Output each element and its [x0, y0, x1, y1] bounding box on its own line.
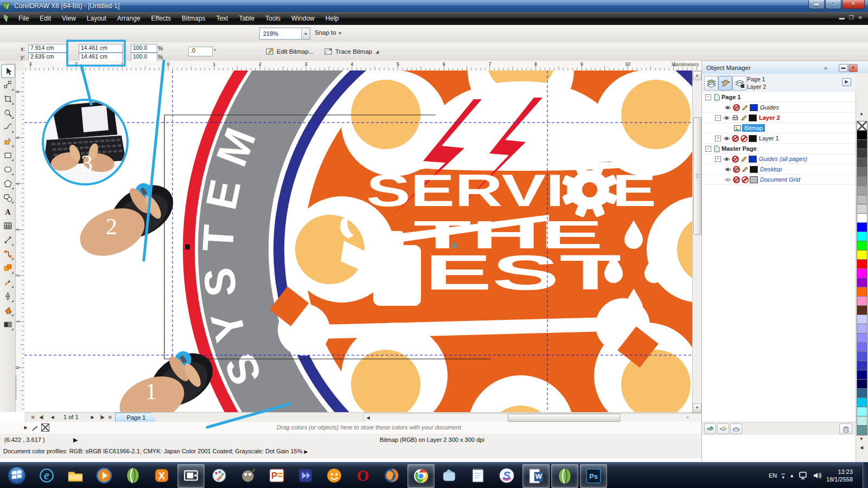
taskbar-notepad[interactable]: [465, 464, 491, 487]
docker-chevron[interactable]: »: [824, 62, 827, 73]
om-row-page-1[interactable]: −Page 1: [702, 92, 856, 102]
om-row-guides[interactable]: Guides: [702, 102, 856, 113]
table-tool[interactable]: [1, 219, 14, 232]
menu-tools[interactable]: Tools: [260, 12, 286, 24]
y-position-field[interactable]: 2.635 cm: [28, 53, 67, 61]
menu-bitmaps[interactable]: Bitmaps: [176, 12, 210, 24]
previous-page-button[interactable]: ◀: [48, 413, 56, 421]
clock[interactable]: 13:23 18/1/2558: [826, 468, 853, 483]
next-page-button[interactable]: ▶: [88, 413, 97, 421]
show-object-properties-button[interactable]: [704, 76, 718, 91]
scale-y-field[interactable]: 100.0: [131, 53, 157, 61]
outline-pen-tool[interactable]: [1, 290, 14, 303]
om-row-layer-2[interactable]: −Layer 2: [702, 113, 856, 123]
print-off-icon[interactable]: [731, 135, 739, 142]
pencil-icon[interactable]: [741, 104, 749, 111]
snap-to-dropdown[interactable]: Snap to ▼: [315, 29, 342, 36]
taskbar-paint[interactable]: [206, 464, 232, 487]
layer-color-swatch[interactable]: [750, 166, 758, 173]
print-off-icon[interactable]: [732, 104, 741, 111]
layer-color-swatch[interactable]: [749, 114, 757, 121]
ellipse-tool[interactable]: [1, 163, 14, 176]
layer-color-swatch[interactable]: [750, 104, 758, 111]
color-swatch-5f9496[interactable]: [857, 425, 867, 435]
crop-tool[interactable]: [1, 92, 14, 105]
interactive-fill-tool[interactable]: [1, 318, 14, 331]
pencil-icon[interactable]: [741, 166, 749, 173]
docker-minimize-button[interactable]: ▬: [839, 64, 848, 72]
rotation-angle-field[interactable]: .0: [188, 47, 213, 56]
zoom-tool[interactable]: [1, 106, 14, 119]
taskbar-opera[interactable]: O: [350, 464, 376, 487]
layer-manager-view-button[interactable]: [732, 76, 746, 91]
taskbar-windows-explorer[interactable]: [62, 464, 88, 487]
menu-arrange[interactable]: Arrange: [112, 12, 146, 24]
om-row-guides-all-pages-[interactable]: +Guides (all pages): [702, 154, 856, 164]
layer-color-swatch[interactable]: [749, 156, 757, 163]
menu-text[interactable]: Text: [210, 12, 233, 24]
palette-flyout-button[interactable]: ▶: [22, 423, 30, 432]
print-off-icon[interactable]: [732, 176, 741, 183]
color-eyedropper-tool[interactable]: [1, 275, 14, 288]
minimize-button[interactable]: ▬: [808, 0, 825, 9]
eye-dim-icon[interactable]: [724, 176, 732, 183]
volume-icon[interactable]: [813, 471, 822, 480]
basic-shapes-tool[interactable]: [1, 191, 14, 204]
taskbar-coreldraw-pinned[interactable]: [120, 464, 146, 487]
eye-icon[interactable]: [724, 104, 732, 111]
fill-tool[interactable]: [1, 304, 14, 317]
pencil-icon[interactable]: [740, 114, 748, 121]
start-button[interactable]: [4, 464, 29, 487]
taskbar-media-player-classic[interactable]: [292, 464, 318, 487]
no-color-swatch[interactable]: [41, 423, 49, 432]
eye-icon[interactable]: [723, 135, 731, 142]
menu-view[interactable]: View: [56, 12, 81, 24]
eye-icon[interactable]: [723, 114, 731, 121]
taskbar-gom-player[interactable]: [321, 464, 347, 487]
zoom-level-combo[interactable]: 218%▼: [259, 28, 310, 40]
pencil-off-icon[interactable]: [741, 176, 749, 183]
drawing-canvas[interactable]: SYSTEM SERVICE THE BEST: [24, 70, 692, 412]
om-row-layer-1[interactable]: +Layer 1: [702, 133, 856, 144]
pick-tool[interactable]: [1, 64, 15, 78]
taskbar-powerpoint[interactable]: P: [264, 464, 290, 487]
menu-file[interactable]: File: [13, 12, 34, 24]
close-button[interactable]: ✕: [842, 0, 865, 9]
add-page-button-2[interactable]: ⊞: [106, 413, 114, 421]
expand-toggle[interactable]: +: [715, 136, 721, 142]
pencil-icon[interactable]: [740, 156, 748, 163]
om-row-bitmap[interactable]: Bitmap: [702, 123, 856, 133]
blend-tool[interactable]: [1, 261, 14, 274]
x-position-field[interactable]: 7.914 cm: [28, 44, 67, 53]
freehand-tool[interactable]: [1, 120, 14, 133]
network-icon[interactable]: [799, 471, 808, 480]
taskbar-photoshop[interactable]: Ps: [580, 464, 607, 488]
rectangle-tool[interactable]: [1, 149, 14, 162]
taskbar-s-browser-app[interactable]: S: [494, 464, 520, 487]
first-page-button[interactable]: ◀▏: [39, 413, 47, 421]
menu-table[interactable]: Table: [233, 12, 260, 24]
taskbar-blue-utility-app[interactable]: [436, 464, 462, 487]
layer-color-swatch[interactable]: [749, 135, 757, 142]
expand-toggle[interactable]: −: [705, 146, 711, 152]
print-off-icon[interactable]: [732, 166, 741, 173]
print-icon[interactable]: [731, 114, 739, 121]
trace-bitmap-button[interactable]: Trace Bitmap ◢: [324, 47, 379, 56]
om-flyout-button[interactable]: ▶: [842, 78, 851, 86]
horizontal-ruler[interactable]: 32101234567891011centimeters: [24, 61, 701, 71]
polygon-tool[interactable]: [1, 177, 14, 190]
expand-toggle[interactable]: +: [715, 156, 721, 162]
new-master-all-pages-button[interactable]: [730, 423, 742, 434]
keyboard-layout-icon[interactable]: ▭▼: [781, 472, 785, 479]
object-height-field[interactable]: 14.461 cm: [79, 53, 123, 61]
selection-handle[interactable]: [185, 245, 190, 249]
new-layer-button[interactable]: [704, 423, 716, 434]
om-row-desktop[interactable]: Desktop: [702, 164, 856, 175]
menu-edit[interactable]: Edit: [34, 12, 56, 24]
restore-button[interactable]: ❐: [825, 0, 841, 9]
taskbar-firefox[interactable]: [379, 464, 405, 487]
scale-x-field[interactable]: 100.0: [131, 44, 157, 53]
menu-effects[interactable]: Effects: [146, 12, 176, 24]
taskbar-presentation-app[interactable]: [177, 464, 205, 488]
horizontal-scroll-thumb[interactable]: [508, 414, 620, 422]
